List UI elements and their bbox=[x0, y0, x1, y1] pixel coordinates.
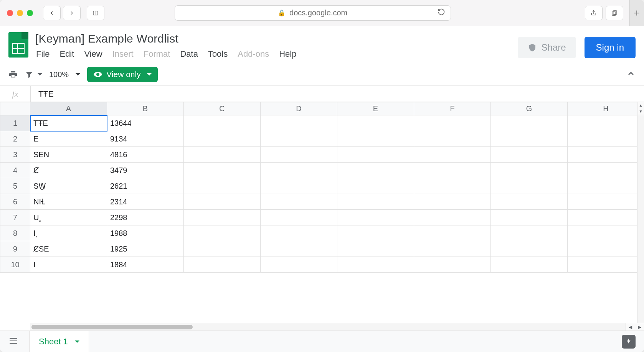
row-header[interactable]: 5 bbox=[0, 178, 30, 194]
cell[interactable] bbox=[491, 163, 568, 178]
document-title[interactable]: [Keyman] Example Wordlist bbox=[35, 30, 511, 47]
cell[interactable] bbox=[261, 115, 337, 131]
column-header[interactable]: B bbox=[107, 102, 184, 115]
cell[interactable] bbox=[261, 163, 337, 178]
cell[interactable] bbox=[261, 178, 337, 194]
row-header[interactable]: 9 bbox=[0, 241, 30, 257]
cell[interactable] bbox=[261, 210, 337, 225]
cell[interactable] bbox=[337, 194, 414, 210]
cell[interactable]: 1925 bbox=[107, 241, 184, 257]
column-header[interactable]: G bbox=[491, 102, 568, 115]
cell[interactable] bbox=[337, 257, 414, 273]
column-header[interactable]: D bbox=[261, 102, 337, 115]
column-header[interactable]: C bbox=[184, 102, 261, 115]
cell[interactable] bbox=[491, 194, 568, 210]
cell[interactable] bbox=[491, 115, 568, 131]
cell[interactable] bbox=[414, 163, 491, 178]
cell[interactable]: ȻSE bbox=[30, 241, 107, 257]
cell[interactable] bbox=[568, 178, 644, 194]
vertical-scrollbar[interactable] bbox=[637, 115, 644, 323]
all-sheets-button[interactable] bbox=[8, 336, 18, 347]
cell[interactable] bbox=[568, 115, 644, 131]
sheet-tab[interactable]: Sheet 1 bbox=[29, 331, 89, 352]
cell[interactable] bbox=[491, 178, 568, 194]
row-header[interactable]: 8 bbox=[0, 225, 30, 241]
column-header[interactable]: A bbox=[30, 102, 107, 115]
row-header[interactable]: 3 bbox=[0, 147, 30, 163]
cell[interactable] bbox=[184, 225, 261, 241]
vscroll-steppers[interactable]: ▲▼ bbox=[637, 102, 644, 115]
scrollbar-thumb[interactable] bbox=[31, 325, 193, 329]
cell[interactable] bbox=[337, 163, 414, 178]
cell[interactable] bbox=[414, 131, 491, 147]
tabs-button[interactable] bbox=[606, 6, 623, 20]
cell[interactable] bbox=[184, 115, 261, 131]
view-mode-dropdown[interactable]: View only bbox=[87, 67, 158, 82]
menu-help[interactable]: Help bbox=[279, 49, 296, 59]
cell[interactable] bbox=[568, 131, 644, 147]
collapse-toolbar-button[interactable] bbox=[626, 69, 636, 80]
cell[interactable] bbox=[414, 210, 491, 225]
signin-button[interactable]: Sign in bbox=[585, 37, 636, 58]
cell[interactable] bbox=[261, 194, 337, 210]
cell[interactable] bbox=[491, 210, 568, 225]
cell[interactable] bbox=[414, 147, 491, 163]
menu-file[interactable]: File bbox=[36, 49, 50, 59]
sidebar-toggle-button[interactable] bbox=[87, 6, 104, 20]
horizontal-scrollbar[interactable] bbox=[30, 323, 626, 331]
cell[interactable]: TŦE bbox=[30, 115, 107, 131]
formula-value[interactable]: TŦE bbox=[31, 89, 54, 99]
cell[interactable] bbox=[414, 194, 491, 210]
row-header[interactable]: 2 bbox=[0, 131, 30, 147]
cell[interactable] bbox=[568, 147, 644, 163]
column-header[interactable]: E bbox=[337, 102, 414, 115]
cell[interactable]: I bbox=[30, 257, 107, 273]
explore-button[interactable] bbox=[622, 335, 636, 349]
menu-edit[interactable]: Edit bbox=[59, 49, 74, 59]
back-button[interactable] bbox=[43, 6, 61, 20]
menu-tools[interactable]: Tools bbox=[208, 49, 228, 59]
column-header[interactable]: H bbox=[568, 102, 644, 115]
cell[interactable] bbox=[184, 147, 261, 163]
row-header[interactable]: 1 bbox=[0, 115, 30, 131]
cell[interactable] bbox=[568, 194, 644, 210]
cell[interactable] bbox=[261, 225, 337, 241]
cell[interactable] bbox=[491, 147, 568, 163]
cell[interactable]: 3479 bbox=[107, 163, 184, 178]
cell[interactable] bbox=[568, 257, 644, 273]
column-header[interactable]: F bbox=[414, 102, 491, 115]
cell[interactable] bbox=[414, 257, 491, 273]
cell[interactable] bbox=[184, 131, 261, 147]
cell[interactable] bbox=[568, 210, 644, 225]
cell[interactable]: 1988 bbox=[107, 225, 184, 241]
cell[interactable] bbox=[414, 241, 491, 257]
cell[interactable]: SW̱ bbox=[30, 178, 107, 194]
reload-icon[interactable] bbox=[438, 8, 445, 18]
cell[interactable] bbox=[184, 194, 261, 210]
cell[interactable]: 13644 bbox=[107, 115, 184, 131]
row-header[interactable]: 10 bbox=[0, 257, 30, 273]
cell[interactable]: 1884 bbox=[107, 257, 184, 273]
row-header[interactable]: 4 bbox=[0, 163, 30, 178]
cell[interactable] bbox=[261, 147, 337, 163]
cell[interactable]: I¸ bbox=[30, 225, 107, 241]
cell[interactable] bbox=[184, 241, 261, 257]
cell[interactable] bbox=[491, 241, 568, 257]
cell[interactable] bbox=[337, 178, 414, 194]
forward-button[interactable] bbox=[63, 6, 81, 20]
cell[interactable]: Ȼ bbox=[30, 163, 107, 178]
cell[interactable] bbox=[414, 115, 491, 131]
close-window-icon[interactable] bbox=[7, 10, 13, 16]
cell[interactable] bbox=[261, 257, 337, 273]
cell[interactable] bbox=[414, 178, 491, 194]
menu-data[interactable]: Data bbox=[180, 49, 198, 59]
cell[interactable]: NIȽ bbox=[30, 194, 107, 210]
cell[interactable]: E bbox=[30, 131, 107, 147]
zoom-dropdown[interactable]: 100% bbox=[49, 70, 80, 79]
cell[interactable] bbox=[184, 210, 261, 225]
cell[interactable]: U¸ bbox=[30, 210, 107, 225]
cell[interactable] bbox=[261, 241, 337, 257]
cell[interactable]: 4816 bbox=[107, 147, 184, 163]
sheets-app-icon[interactable] bbox=[8, 32, 28, 58]
maximize-window-icon[interactable] bbox=[27, 10, 33, 16]
